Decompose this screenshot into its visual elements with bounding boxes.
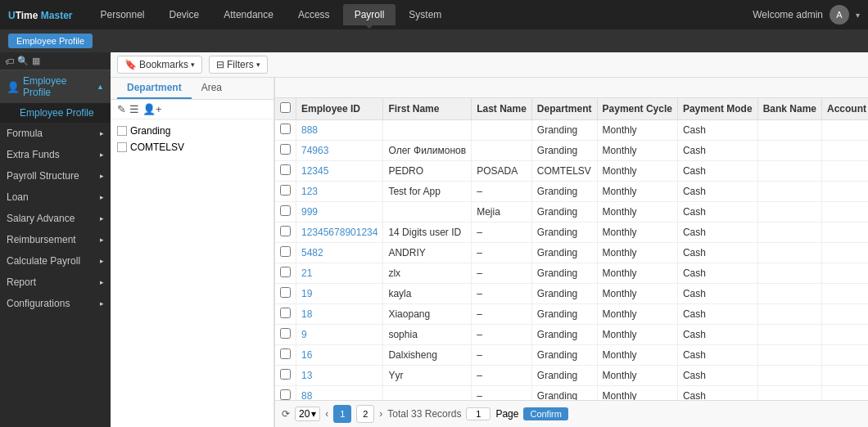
sidebar-item-report[interactable]: Report ▸ [0, 272, 111, 293]
select-all-checkbox[interactable] [280, 102, 291, 113]
cell-mode-3: Cash [677, 182, 757, 202]
sidebar-item-employee-profile[interactable]: 👤 Employee Profile ▲ [0, 70, 111, 103]
row-checkbox-9[interactable] [280, 308, 291, 318]
cell-employee-id-0[interactable]: 888 [296, 120, 383, 141]
cell-employee-id-5[interactable]: 12345678901234 [296, 222, 383, 243]
sidebar-item-formula[interactable]: Formula ▸ [0, 123, 111, 144]
cell-account-0 [822, 120, 869, 141]
sidebar-sub-employee-profile[interactable]: Employee Profile [13, 103, 111, 123]
top-navigation: UTime Master Personnel Device Attendance… [0, 0, 868, 29]
row-checkbox-10[interactable] [280, 328, 291, 339]
table-row: 13 Yyr – Granding Monthly Cash ✓ [275, 366, 868, 386]
prev-page-btn[interactable]: ‹ [325, 408, 328, 420]
cell-first-name-5: 14 Digits user ID [383, 222, 472, 243]
cell-account-9 [822, 304, 869, 325]
sidebar-item-payroll-structure[interactable]: Payroll Structure ▸ [0, 165, 111, 187]
nav-access[interactable]: Access [287, 4, 341, 25]
cell-employee-id-9[interactable]: 18 [296, 304, 383, 325]
sidebar-item-configurations[interactable]: Configurations ▸ [0, 293, 111, 314]
user-avatar[interactable]: A [830, 5, 849, 25]
main-layout: 🏷 🔍 ▦ 👤 Employee Profile ▲ Employee Prof… [0, 52, 868, 427]
filters-button[interactable]: ⊟ Filters ▾ [209, 56, 268, 74]
col-department: Department [531, 98, 597, 120]
bookmarks-button[interactable]: 🔖 Bookmarks ▾ [117, 56, 202, 74]
row-checkbox-0[interactable] [280, 124, 291, 134]
nav-personnel[interactable]: Personnel [88, 4, 156, 25]
pagination-refresh-icon[interactable]: ⟳ [282, 408, 290, 420]
sidebar-search-icon[interactable]: 🔍 [17, 56, 29, 66]
sidebar-report-arrow: ▸ [100, 278, 104, 286]
tree-item-comtelsv[interactable]: COMTELSV [117, 139, 267, 155]
next-page-btn[interactable]: › [379, 408, 382, 420]
cell-mode-13: Cash [677, 386, 757, 401]
nav-payroll[interactable]: Payroll [343, 4, 396, 25]
cell-employee-id-8[interactable]: 19 [296, 284, 383, 304]
row-checkbox-12[interactable] [280, 369, 291, 380]
row-checkbox-4[interactable] [280, 205, 291, 216]
sidebar-item-loan[interactable]: Loan ▸ [0, 187, 111, 208]
page-btn-1[interactable]: 1 [333, 405, 351, 423]
tab-department[interactable]: Department [117, 78, 192, 99]
dept-edit-icon[interactable]: ✎ [117, 103, 126, 115]
cell-employee-id-4[interactable]: 999 [296, 202, 383, 222]
cell-last-name-1 [472, 141, 532, 161]
sidebar-employee-icon: 👤 [7, 81, 20, 93]
nav-attendance[interactable]: Attendance [212, 4, 285, 25]
page-btn-2[interactable]: 2 [356, 405, 374, 423]
cell-employee-id-2[interactable]: 12345 [296, 161, 383, 182]
tab-area[interactable]: Area [192, 78, 232, 99]
table-row: 5482 ANDRIY – Granding Monthly Cash ✓ [275, 243, 868, 263]
cell-employee-id-7[interactable]: 21 [296, 263, 383, 284]
cell-employee-id-12[interactable]: 13 [296, 366, 383, 386]
cell-account-6 [822, 243, 869, 263]
cell-last-name-6: – [472, 243, 532, 263]
cell-last-name-4: Mejia [472, 202, 532, 222]
cell-employee-id-13[interactable]: 88 [296, 386, 383, 401]
row-checkbox-11[interactable] [280, 348, 291, 359]
inner-panels: Department Area ✎ ☰ 👤+ Granding COMTELSV [111, 78, 868, 427]
dept-add-user-icon[interactable]: 👤+ [142, 103, 162, 115]
sidebar-calculate-payroll-arrow: ▸ [100, 257, 104, 265]
tree-checkbox-granding[interactable] [117, 126, 127, 136]
sidebar-item-reimbursement[interactable]: Reimbursement ▸ [0, 229, 111, 250]
cell-account-10 [822, 325, 869, 345]
user-menu-icon[interactable]: ▾ [856, 11, 860, 20]
nav-device[interactable]: Device [158, 4, 211, 25]
page-size-select[interactable]: 20 ▾ [295, 407, 320, 421]
sidebar-item-extra-funds[interactable]: Extra Funds ▸ [0, 144, 111, 165]
sidebar-tag-icon[interactable]: 🏷 [5, 56, 14, 66]
tree-item-granding[interactable]: Granding [117, 123, 267, 139]
cell-employee-id-1[interactable]: 74963 [296, 141, 383, 161]
cell-bank-6 [757, 243, 821, 263]
cell-dept-13: Granding [531, 386, 597, 401]
cell-mode-12: Cash [677, 366, 757, 386]
page-confirm-button[interactable]: Confirm [523, 407, 568, 420]
table-row: 12345 PEDRO POSADA COMTELSV Monthly Cash… [275, 161, 868, 182]
row-checkbox-5[interactable] [280, 226, 291, 236]
row-checkbox-1[interactable] [280, 144, 291, 155]
cell-bank-1 [757, 141, 821, 161]
cell-employee-id-6[interactable]: 5482 [296, 243, 383, 263]
dept-list-icon[interactable]: ☰ [129, 103, 139, 115]
row-checkbox-6[interactable] [280, 246, 291, 257]
nav-system[interactable]: System [397, 4, 453, 25]
cell-bank-4 [757, 202, 821, 222]
tree-checkbox-comtelsv[interactable] [117, 142, 127, 152]
cell-bank-7 [757, 263, 821, 284]
cell-account-7 [822, 263, 869, 284]
dept-toolbar: ✎ ☰ 👤+ [111, 100, 274, 119]
cell-employee-id-10[interactable]: 9 [296, 325, 383, 345]
filters-icon: ⊟ [216, 59, 224, 70]
sub-tab-employee-profile[interactable]: Employee Profile [8, 34, 93, 48]
row-checkbox-3[interactable] [280, 185, 291, 196]
row-checkbox-2[interactable] [280, 164, 291, 175]
row-checkbox-8[interactable] [280, 287, 291, 298]
sidebar-qr-icon[interactable]: ▦ [32, 56, 40, 66]
cell-employee-id-11[interactable]: 16 [296, 345, 383, 366]
cell-employee-id-3[interactable]: 123 [296, 182, 383, 202]
sidebar-item-salary-advance[interactable]: Salary Advance ▸ [0, 208, 111, 229]
page-jump-input[interactable] [466, 407, 491, 420]
sidebar-item-calculate-payroll[interactable]: Calculate Payroll ▸ [0, 250, 111, 272]
row-checkbox-13[interactable] [280, 389, 291, 400]
row-checkbox-7[interactable] [280, 267, 291, 277]
